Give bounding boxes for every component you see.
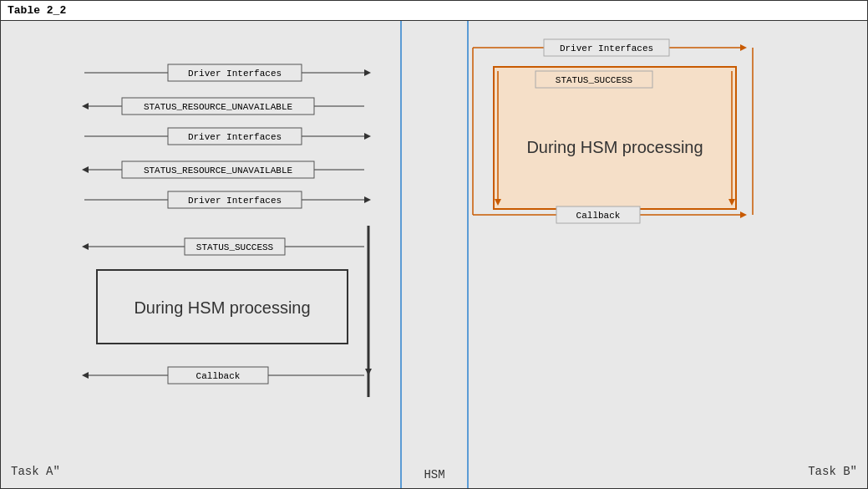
svg-text:Driver Interfaces: Driver Interfaces: [560, 43, 653, 53]
task-a-label: Task A": [11, 465, 60, 478]
svg-marker-34: [740, 44, 747, 51]
right-panel: Driver Interfaces STATUS_SUCCESS During …: [469, 21, 867, 488]
svg-text:STATUS_SUCCESS: STATUS_SUCCESS: [196, 242, 274, 252]
left-diagram: Driver Interfaces STATUS_RESOURCE_UNAVAI…: [1, 21, 400, 488]
svg-text:During HSM processing: During HSM processing: [134, 298, 310, 317]
svg-marker-22: [82, 243, 89, 250]
svg-marker-18: [364, 196, 371, 203]
svg-text:Driver Interfaces: Driver Interfaces: [188, 196, 282, 206]
svg-text:STATUS_SUCCESS: STATUS_SUCCESS: [556, 75, 633, 85]
svg-text:STATUS_RESOURCE_UNAVAILABLE: STATUS_RESOURCE_UNAVAILABLE: [144, 102, 293, 112]
svg-marker-14: [82, 166, 89, 173]
svg-marker-32: [365, 369, 372, 375]
left-panel: Driver Interfaces STATUS_RESOURCE_UNAVAI…: [1, 21, 402, 488]
svg-text:Callback: Callback: [196, 371, 241, 381]
svg-marker-48: [740, 211, 747, 218]
outer-table: Table 2_2 Driver Interfaces: [0, 0, 868, 489]
svg-marker-2: [364, 69, 371, 76]
hsm-label: HSM: [424, 468, 444, 481]
svg-marker-6: [82, 103, 89, 110]
middle-panel: HSM: [402, 21, 469, 488]
table-title: Table 2_2: [1, 1, 867, 21]
svg-text:Driver Interfaces: Driver Interfaces: [188, 69, 282, 79]
svg-text:STATUS_RESOURCE_UNAVAILABLE: STATUS_RESOURCE_UNAVAILABLE: [144, 166, 293, 176]
svg-text:During HSM processing: During HSM processing: [526, 138, 703, 156]
svg-text:Callback: Callback: [576, 211, 621, 221]
svg-marker-28: [82, 372, 89, 379]
task-b-label: Task B": [808, 465, 857, 478]
svg-text:Driver Interfaces: Driver Interfaces: [188, 132, 282, 142]
main-content: Driver Interfaces STATUS_RESOURCE_UNAVAI…: [1, 21, 867, 488]
svg-marker-10: [364, 133, 371, 140]
